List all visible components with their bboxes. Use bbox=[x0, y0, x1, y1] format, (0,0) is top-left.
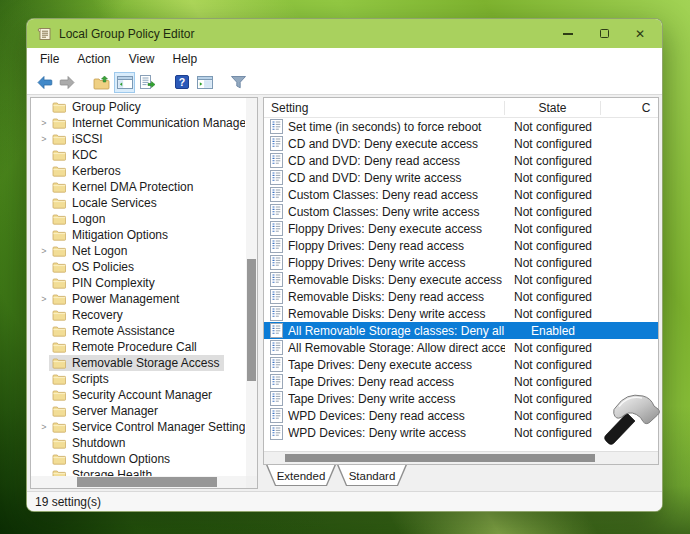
chevron-right-icon[interactable]: > bbox=[39, 294, 49, 304]
table-row[interactable]: Removable Disks: Deny write access Not c… bbox=[264, 305, 658, 322]
list-horizontal-scrollbar[interactable] bbox=[264, 451, 658, 464]
tree-item[interactable]: > Storage Health bbox=[31, 467, 245, 476]
tree-horizontal-scrollbar[interactable] bbox=[31, 476, 246, 488]
tree-horizontal-scrollbar-thumb[interactable] bbox=[77, 477, 217, 487]
table-row[interactable]: CD and DVD: Deny write access Not config… bbox=[264, 169, 658, 186]
table-row[interactable]: WPD Devices: Deny write access Not confi… bbox=[264, 424, 658, 441]
tree-item-label: Locale Services bbox=[72, 196, 157, 210]
table-row[interactable]: All Removable Storage classes: Deny all … bbox=[264, 322, 658, 339]
state-cell: Not configured bbox=[505, 392, 601, 406]
table-row[interactable]: Custom Classes: Deny write access Not co… bbox=[264, 203, 658, 220]
column-header-comment[interactable]: C bbox=[601, 101, 659, 115]
chevron-right-icon[interactable]: > bbox=[39, 422, 49, 432]
setting-cell: WPD Devices: Deny read access bbox=[288, 409, 505, 423]
tree-item[interactable]: > iSCSI bbox=[31, 131, 245, 147]
up-one-level-icon[interactable] bbox=[91, 72, 112, 93]
table-row[interactable]: Floppy Drives: Deny write access Not con… bbox=[264, 254, 658, 271]
tree-item[interactable]: > Service Control Manager Settings bbox=[31, 419, 245, 435]
status-bar: 19 setting(s) bbox=[27, 491, 662, 511]
filter-icon[interactable] bbox=[228, 72, 249, 93]
tree-item-label: Mitigation Options bbox=[72, 228, 168, 242]
menu-help[interactable]: Help bbox=[164, 52, 207, 66]
tree-item[interactable]: > Kerberos bbox=[31, 163, 245, 179]
tree-item[interactable]: > Shutdown Options bbox=[31, 451, 245, 467]
state-cell: Not configured bbox=[505, 222, 601, 236]
forward-icon[interactable] bbox=[57, 72, 78, 93]
tree-item-label: Removable Storage Access bbox=[72, 356, 219, 370]
tree-item[interactable]: > Security Account Manager bbox=[31, 387, 245, 403]
close-button[interactable]: ✕ bbox=[622, 19, 658, 48]
back-icon[interactable] bbox=[34, 72, 55, 93]
table-row[interactable]: Removable Disks: Deny execute access Not… bbox=[264, 271, 658, 288]
setting-cell: Removable Disks: Deny read access bbox=[288, 290, 505, 304]
policy-setting-icon bbox=[270, 204, 283, 219]
menu-file[interactable]: File bbox=[31, 52, 68, 66]
export-list-icon[interactable] bbox=[137, 72, 158, 93]
tree-item[interactable]: > Locale Services bbox=[31, 195, 245, 211]
tree-item[interactable]: > OS Policies bbox=[31, 259, 245, 275]
tree-item-label: Net Logon bbox=[72, 244, 127, 258]
show-action-pane-icon[interactable] bbox=[194, 72, 215, 93]
show-console-tree-icon[interactable] bbox=[114, 72, 135, 93]
tree-vertical-scrollbar[interactable] bbox=[246, 98, 257, 476]
status-text: 19 setting(s) bbox=[35, 495, 101, 509]
table-row[interactable]: WPD Devices: Deny read access Not config… bbox=[264, 407, 658, 424]
table-row[interactable]: Tape Drives: Deny read access Not config… bbox=[264, 373, 658, 390]
table-row[interactable]: Floppy Drives: Deny execute access Not c… bbox=[264, 220, 658, 237]
table-row[interactable]: Set time (in seconds) to force reboot No… bbox=[264, 118, 658, 135]
table-row[interactable]: Removable Disks: Deny read access Not co… bbox=[264, 288, 658, 305]
list-horizontal-scrollbar-thumb[interactable] bbox=[285, 454, 595, 462]
tree-item[interactable]: > Remote Procedure Call bbox=[31, 339, 245, 355]
maximize-button[interactable] bbox=[586, 19, 622, 48]
chevron-right-icon[interactable]: > bbox=[39, 246, 49, 256]
chevron-right-icon[interactable]: > bbox=[39, 118, 49, 128]
tree-item[interactable]: > Server Manager bbox=[31, 403, 245, 419]
menu-action[interactable]: Action bbox=[68, 52, 119, 66]
title-bar[interactable]: Local Group Policy Editor ✕ bbox=[27, 19, 662, 48]
tree-item-label: PIN Complexity bbox=[72, 276, 155, 290]
tree-item[interactable]: > PIN Complexity bbox=[31, 275, 245, 291]
folder-icon bbox=[52, 325, 66, 337]
table-row[interactable]: CD and DVD: Deny read access Not configu… bbox=[264, 152, 658, 169]
folder-icon bbox=[52, 197, 66, 209]
state-cell: Not configured bbox=[505, 171, 601, 185]
tree-item[interactable]: > Group Policy bbox=[31, 99, 245, 115]
minimize-button[interactable] bbox=[550, 19, 586, 48]
tree-item[interactable]: > Scripts bbox=[31, 371, 245, 387]
tree-item[interactable]: > Shutdown bbox=[31, 435, 245, 451]
setting-cell: CD and DVD: Deny read access bbox=[288, 154, 505, 168]
state-cell: Not configured bbox=[505, 273, 601, 287]
help-icon[interactable]: ? bbox=[171, 72, 192, 93]
chevron-right-icon[interactable]: > bbox=[39, 134, 49, 144]
table-row[interactable]: Tape Drives: Deny write access Not confi… bbox=[264, 390, 658, 407]
policy-setting-icon bbox=[270, 323, 283, 338]
state-cell: Not configured bbox=[505, 307, 601, 321]
tab-standard[interactable]: Standard bbox=[337, 465, 407, 486]
table-row[interactable]: CD and DVD: Deny execute access Not conf… bbox=[264, 135, 658, 152]
tab-extended[interactable]: Extended bbox=[266, 465, 336, 486]
tree-item[interactable]: > Remote Assistance bbox=[31, 323, 245, 339]
tree-vertical-scrollbar-thumb[interactable] bbox=[247, 259, 256, 381]
state-cell: Not configured bbox=[505, 120, 601, 134]
column-header-state[interactable]: State bbox=[505, 101, 601, 115]
tree-item[interactable]: > Removable Storage Access bbox=[31, 355, 245, 371]
tree-item[interactable]: > Power Management bbox=[31, 291, 245, 307]
policy-setting-icon bbox=[270, 357, 283, 372]
table-row[interactable]: Floppy Drives: Deny read access Not conf… bbox=[264, 237, 658, 254]
tree-item[interactable]: > KDC bbox=[31, 147, 245, 163]
column-header-setting[interactable]: Setting bbox=[264, 101, 505, 115]
tree-item[interactable]: > Mitigation Options bbox=[31, 227, 245, 243]
folder-icon bbox=[52, 117, 66, 129]
tree-item[interactable]: > Kernel DMA Protection bbox=[31, 179, 245, 195]
tree-item[interactable]: > Logon bbox=[31, 211, 245, 227]
table-row[interactable]: Tape Drives: Deny execute access Not con… bbox=[264, 356, 658, 373]
table-row[interactable]: Custom Classes: Deny read access Not con… bbox=[264, 186, 658, 203]
tree-item[interactable]: > Internet Communication Management bbox=[31, 115, 245, 131]
table-row[interactable]: All Removable Storage: Allow direct acce… bbox=[264, 339, 658, 356]
toolbar: ? bbox=[27, 70, 662, 95]
state-cell: Not configured bbox=[505, 205, 601, 219]
menu-view[interactable]: View bbox=[120, 52, 164, 66]
tree-item[interactable]: > Net Logon bbox=[31, 243, 245, 259]
folder-icon bbox=[52, 277, 66, 289]
tree-item[interactable]: > Recovery bbox=[31, 307, 245, 323]
